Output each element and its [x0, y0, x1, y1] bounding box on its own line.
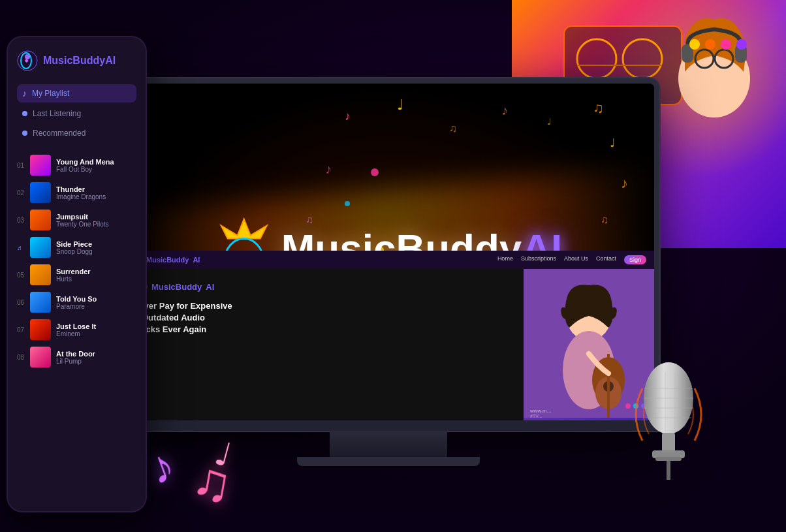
table-row[interactable]: 01 Young And Mena Fall Out Boy [17, 155, 136, 176]
nav-link-home: Home [497, 255, 513, 264]
table-row[interactable]: 03 Jumpsuit Twenty One Pilots [17, 210, 136, 230]
mobile-nav-last-listening[interactable]: Last Listening [17, 105, 136, 122]
mini-website-overlay: MusicBuddyAI Home Subscriptions About Us… [123, 251, 654, 420]
track-thumbnail [30, 347, 51, 368]
svg-rect-41 [662, 433, 675, 452]
svg-text:www.m...: www.m... [529, 408, 551, 414]
anime-dots [689, 39, 747, 50]
mini-nav-links: Home Subscriptions About Us Contact Sign [497, 255, 646, 264]
mobile-logo-icon [17, 50, 38, 71]
mini-headline: Never Pay for Expensive & Outdated Audio… [133, 300, 513, 336]
nav-link-subscriptions: Subscriptions [521, 255, 556, 264]
svg-rect-43 [655, 457, 682, 461]
track-info: Surrender Hurts [56, 268, 136, 283]
table-row[interactable]: ♬ Side Piece Snoop Dogg [17, 237, 136, 258]
dot-1 [689, 39, 700, 50]
mini-website-nav: MusicBuddyAI Home Subscriptions About Us… [123, 251, 654, 269]
dot-3 [721, 39, 731, 50]
track-info: Just Lose It Eminem [56, 322, 136, 337]
track-info: At the Door Lil Pump [56, 350, 136, 365]
track-info: Thunder Imagine Dragons [56, 185, 136, 200]
table-row[interactable]: 05 Surrender Hurts [17, 264, 136, 285]
microphone-svg [629, 349, 708, 480]
mobile-header: MusicBuddyAI [17, 50, 136, 71]
mobile-nav-playlist[interactable]: ♪ My Playlist [17, 84, 136, 102]
table-row[interactable]: 07 Just Lose It Eminem [17, 319, 136, 340]
track-thumbnail [30, 264, 51, 285]
track-thumbnail [30, 182, 51, 203]
mini-sub-logo: MusicBuddyAI [133, 279, 513, 294]
track-info: Side Piece Snoop Dogg [56, 240, 136, 255]
monitor-base [297, 457, 480, 466]
mobile-nav: ♪ My Playlist Last Listening Recommended [17, 84, 136, 142]
hero-screen: ♪ ♩ ♫ ♪ ♩ ♫ ♩ ♪ ♫ ♩ ♪ ♫ ♩ [123, 84, 654, 420]
monitor-stand [330, 431, 447, 457]
mini-website-content: MusicBuddyAI Never Pay for Expensive & O… [123, 269, 654, 420]
track-thumbnail [30, 155, 51, 176]
mobile-logo-text: MusicBuddyAI [43, 55, 116, 67]
table-row[interactable]: 06 Told You So Paramore [17, 292, 136, 313]
track-thumbnail [30, 210, 51, 230]
track-info: Told You So Paramore [56, 295, 136, 310]
track-info: Jumpsuit Twenty One Pilots [56, 213, 136, 228]
desktop-monitor-mockup: ♪ ♩ ♫ ♪ ♩ ♫ ♩ ♪ ♫ ♩ ♪ ♫ ♩ [118, 78, 659, 470]
sign-button[interactable]: Sign [624, 255, 646, 264]
monitor-screen: ♪ ♩ ♫ ♪ ♩ ♫ ♩ ♪ ♫ ♩ ♪ ♫ ♩ [118, 78, 659, 431]
table-row[interactable]: 02 Thunder Imagine Dragons [17, 182, 136, 203]
track-thumbnail [30, 237, 51, 258]
mobile-playlist: 01 Young And Mena Fall Out Boy 02 Thunde… [17, 155, 136, 368]
svg-text:#TV...: #TV... [530, 414, 542, 418]
mobile-nav-recommended[interactable]: Recommended [17, 125, 136, 142]
nav-link-contact: Contact [596, 255, 616, 264]
dot-2 [705, 39, 715, 50]
track-thumbnail [30, 292, 51, 313]
mini-text-area: MusicBuddyAI Never Pay for Expensive & O… [123, 269, 524, 420]
mini-website-main: MusicBuddyAI Home Subscriptions About Us… [123, 251, 654, 420]
svg-point-13 [25, 54, 30, 59]
microphone [629, 349, 708, 480]
mobile-app-mockup: MusicBuddyAI ♪ My Playlist Last Listenin… [7, 36, 147, 512]
track-thumbnail [30, 319, 51, 340]
dot-4 [736, 39, 747, 50]
track-info: Young And Mena Fall Out Boy [56, 158, 136, 173]
table-row[interactable]: 08 At the Door Lil Pump [17, 347, 136, 368]
nav-link-about: About Us [564, 255, 588, 264]
